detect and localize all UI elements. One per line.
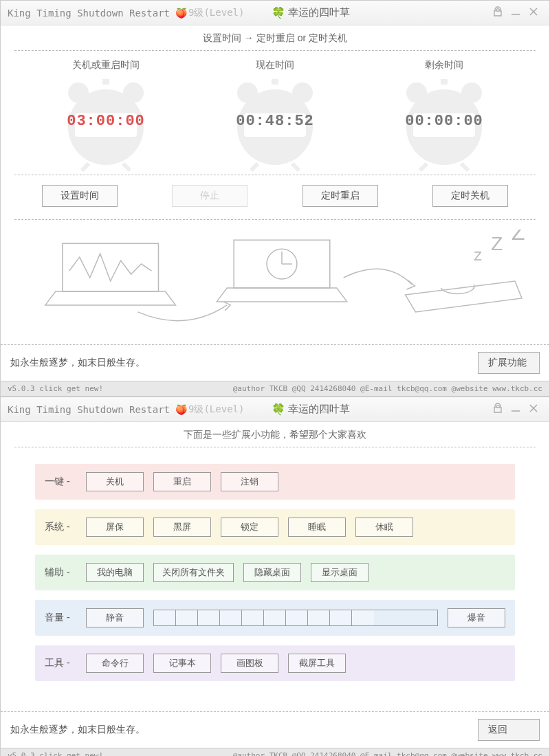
my-computer-button[interactable]: 我的电脑 (86, 563, 144, 582)
svg-line-7 (82, 164, 89, 170)
author-text: @author TKCB @QQ 2414268040 @E-mail tkcb… (233, 384, 542, 393)
assist-row: 辅助 - 我的电脑 关闭所有文件夹 隐藏桌面 显示桌面 (35, 555, 515, 590)
app-title: King Timing Shutdown Restart (8, 8, 170, 19)
blackscreen-button[interactable]: 黑屏 (153, 518, 211, 537)
clocks-row: 关机或重启时间 03:00:00 现在时间 00:48:52 剩余时间 00:0… (1, 54, 549, 172)
main-window: King Timing Shutdown Restart 🍑 9级(Level)… (0, 0, 550, 397)
screensaver-button[interactable]: 屏保 (86, 518, 144, 537)
set-time-button[interactable]: 设置时间 (42, 185, 118, 207)
motto-text: 如永生般逐梦，如末日般生存。 (10, 724, 478, 736)
version-text[interactable]: v5.0.3 click get new! (8, 751, 103, 756)
lock-icon[interactable] (489, 403, 507, 416)
svg-point-5 (123, 82, 144, 103)
svg-text:z: z (474, 245, 482, 264)
action-buttons: 设置时间 停止 定时重启 定时关机 (1, 178, 549, 216)
minimize-icon[interactable] (507, 403, 525, 416)
version-text[interactable]: v5.0.3 click get new! (8, 384, 103, 393)
clover-icon: 🍀 (272, 6, 285, 19)
svg-point-4 (68, 82, 89, 103)
svg-point-11 (237, 82, 258, 103)
lucky-label: 幸运的四叶草 (288, 6, 350, 19)
system-row: 系统 - 屏保 黑屏 锁定 睡眠 休眠 (35, 509, 515, 545)
close-icon[interactable] (525, 6, 542, 20)
motto-text: 如永生般逐梦，如末日般生存。 (10, 357, 478, 369)
tools-label: 工具 - (45, 657, 86, 669)
peach-icon: 🍑 (175, 404, 187, 415)
svg-point-18 (406, 82, 427, 103)
author-text: @author TKCB @QQ 2414268040 @E-mail tkcb… (233, 751, 542, 756)
footer: 如永生般逐梦，如末日般生存。 返回 (1, 711, 549, 748)
svg-point-19 (461, 82, 482, 103)
minimize-icon[interactable] (507, 6, 525, 20)
peach-icon: 🍑 (175, 8, 187, 19)
onekey-row: 一键 - 关机 重启 注销 (35, 464, 515, 500)
volume-row: 音量 - 静音 爆音 (35, 600, 515, 636)
max-volume-button[interactable]: 爆音 (448, 608, 505, 627)
now-time-value: 00:48:52 (217, 113, 333, 130)
onekey-restart-button[interactable]: 重启 (153, 472, 211, 491)
onekey-label: 一键 - (45, 476, 86, 488)
footer: 如永生般逐梦，如末日般生存。 扩展功能 (1, 344, 549, 381)
assist-label: 辅助 - (45, 566, 86, 579)
sleep-button[interactable]: 睡眠 (288, 518, 346, 537)
expand-button[interactable]: 扩展功能 (478, 352, 540, 374)
titlebar: King Timing Shutdown Restart 🍑 9级(Level)… (1, 397, 549, 422)
instruction-text: 下面是一些扩展小功能，希望那个大家喜欢 (1, 422, 549, 444)
tools-row: 工具 - 命令行 记事本 画图板 截屏工具 (35, 645, 515, 681)
lucky-label: 幸运的四叶草 (288, 403, 350, 416)
svg-point-12 (292, 82, 313, 103)
statusbar: v5.0.3 click get new! @author TKCB @QQ 2… (1, 381, 549, 396)
show-desktop-button[interactable]: 显示桌面 (311, 563, 368, 582)
screenshot-button[interactable]: 截屏工具 (288, 654, 346, 673)
system-label: 系统 - (45, 521, 86, 533)
app-title: King Timing Shutdown Restart (8, 404, 170, 415)
lock-button[interactable]: 锁定 (221, 518, 278, 537)
back-button[interactable]: 返回 (478, 719, 540, 741)
divider (14, 175, 536, 175)
svg-rect-6 (102, 79, 109, 85)
extensions-window: King Timing Shutdown Restart 🍑 9级(Level)… (0, 397, 550, 756)
onekey-logoff-button[interactable]: 注销 (221, 472, 278, 491)
now-clock-label: 现在时间 (190, 59, 360, 71)
volume-slider[interactable] (153, 610, 438, 626)
hibernate-button[interactable]: 休眠 (355, 518, 413, 537)
lock-icon[interactable] (489, 6, 507, 20)
svg-line-14 (251, 164, 258, 170)
svg-line-21 (420, 164, 427, 170)
divider (14, 219, 536, 220)
extensions-body: 一键 - 关机 重启 注销 系统 - 屏保 黑屏 锁定 睡眠 休眠 辅助 - 我… (1, 450, 549, 711)
paint-button[interactable]: 画图板 (221, 654, 278, 673)
svg-line-22 (461, 164, 468, 170)
svg-rect-13 (272, 79, 278, 85)
remain-time-value: 00:00:00 (386, 113, 503, 130)
illustration: z Z Z (1, 223, 549, 344)
svg-line-15 (292, 164, 299, 170)
divider (14, 447, 536, 447)
level-label: 9级(Level) (188, 403, 244, 416)
statusbar: v5.0.3 click get new! @author TKCB @QQ 2… (1, 748, 549, 756)
stop-button[interactable]: 停止 (172, 185, 248, 207)
cmd-button[interactable]: 命令行 (86, 654, 144, 673)
notepad-button[interactable]: 记事本 (153, 654, 211, 673)
now-clock: 00:48:52 (217, 76, 333, 172)
divider (14, 50, 536, 51)
titlebar: King Timing Shutdown Restart 🍑 9级(Level)… (1, 1, 549, 25)
svg-text:Z: Z (491, 233, 503, 254)
instruction-text: 设置时间 → 定时重启 or 定时关机 (1, 25, 549, 47)
svg-rect-20 (441, 79, 448, 85)
shutdown-clock: 03:00:00 (47, 76, 164, 172)
svg-line-8 (123, 164, 130, 170)
onekey-shutdown-button[interactable]: 关机 (86, 472, 144, 491)
level-label: 9级(Level) (188, 7, 244, 19)
volume-label: 音量 - (45, 612, 86, 624)
timed-restart-button[interactable]: 定时重启 (302, 185, 378, 207)
remain-clock-label: 剩余时间 (360, 59, 529, 71)
hide-desktop-button[interactable]: 隐藏桌面 (243, 563, 301, 582)
timed-shutdown-button[interactable]: 定时关机 (432, 185, 508, 207)
close-folders-button[interactable]: 关闭所有文件夹 (153, 563, 234, 582)
clover-icon: 🍀 (272, 403, 285, 416)
svg-text:Z: Z (512, 230, 525, 245)
mute-button[interactable]: 静音 (86, 608, 144, 627)
remain-clock: 00:00:00 (386, 76, 503, 172)
close-icon[interactable] (525, 403, 542, 416)
